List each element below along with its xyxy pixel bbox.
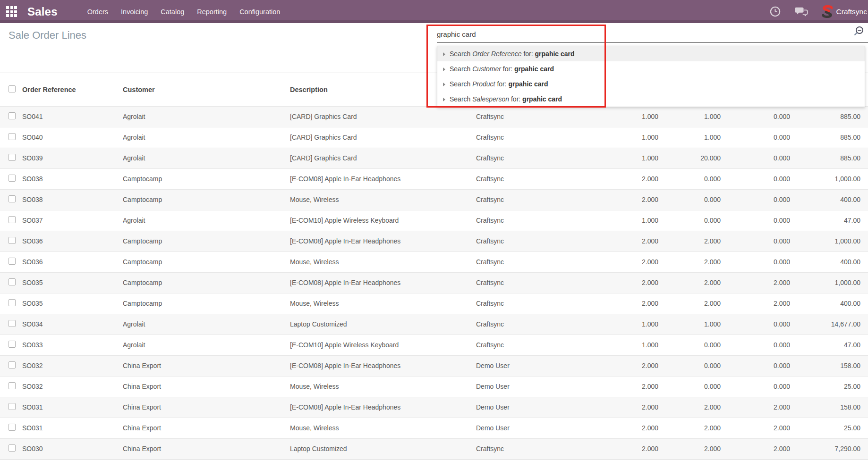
table-row[interactable]: SO030 China Export Laptop Customized Cra… <box>0 438 868 459</box>
cell-order-reference: SO036 <box>22 231 123 251</box>
row-checkbox[interactable] <box>9 341 16 348</box>
table-row[interactable]: SO032 China Export [E-COM08] Apple In-Ea… <box>0 355 868 376</box>
row-checkbox[interactable] <box>9 382 16 389</box>
expand-caret-icon[interactable] <box>443 52 445 56</box>
row-checkbox[interactable] <box>9 444 16 452</box>
cell-amount: 7,290.00 <box>790 438 868 459</box>
row-checkbox[interactable] <box>9 403 16 410</box>
cell-qty2: 1.000 <box>658 314 721 335</box>
cell-customer: Camptocamp <box>123 168 290 189</box>
page-title: Sale Order Lines <box>9 29 86 42</box>
row-checkbox[interactable] <box>9 175 16 182</box>
clock-icon[interactable] <box>770 6 781 17</box>
cell-description: [E-COM08] Apple In-Ear Headphones <box>290 397 476 418</box>
cell-customer: Camptocamp <box>123 231 290 251</box>
cell-customer: China Export <box>123 438 290 459</box>
menu-item-configuration[interactable]: Configuration <box>239 8 280 16</box>
row-checkbox[interactable] <box>9 299 16 306</box>
table-row[interactable]: SO039 Agrolait [CARD] Graphics Card Craf… <box>0 148 868 168</box>
cell-amount: 885.00 <box>790 106 868 127</box>
row-checkbox[interactable] <box>9 320 16 327</box>
cell-customer: Agrolait <box>123 210 290 231</box>
apps-grid-icon[interactable] <box>6 6 17 17</box>
app-name[interactable]: Sales <box>27 5 58 18</box>
user-menu[interactable]: Craftsync <box>836 8 867 16</box>
menu-item-invoicing[interactable]: Invoicing <box>121 8 148 16</box>
cell-qty3: 0.000 <box>721 127 790 148</box>
cell-qty3: 2.000 <box>721 397 790 418</box>
row-checkbox[interactable] <box>9 424 16 431</box>
cell-qty3: 2.000 <box>721 272 790 293</box>
row-checkbox-cell <box>0 168 22 189</box>
suggestion-item[interactable]: Search Salesperson for: grpahic card <box>437 92 865 107</box>
table-row[interactable]: SO035 Camptocamp Mouse, Wireless Craftsy… <box>0 293 868 314</box>
cell-order-reference: SO033 <box>22 335 123 355</box>
table-body: SO041 Agrolait [CARD] Graphics Card Craf… <box>0 106 868 459</box>
cell-qty3: 2.000 <box>721 438 790 459</box>
row-checkbox-cell <box>0 231 22 251</box>
table-row[interactable]: SO032 China Export Mouse, Wireless Demo … <box>0 376 868 397</box>
row-checkbox-cell <box>0 355 22 376</box>
cell-order-reference: SO035 <box>22 272 123 293</box>
cell-qty3: 0.000 <box>721 210 790 231</box>
table-row[interactable]: SO031 China Export [E-COM08] Apple In-Ea… <box>0 397 868 418</box>
menu-item-orders[interactable]: Orders <box>87 8 108 16</box>
table-row[interactable]: SO036 Camptocamp Mouse, Wireless Craftsy… <box>0 251 868 272</box>
expand-caret-icon[interactable] <box>443 98 445 101</box>
table-row[interactable]: SO034 Agrolait Laptop Customized Craftsy… <box>0 314 868 335</box>
row-checkbox[interactable] <box>9 278 16 285</box>
select-all-checkbox[interactable] <box>9 85 16 92</box>
cell-amount: 1,000.00 <box>790 272 868 293</box>
row-checkbox[interactable] <box>9 112 16 119</box>
table-row[interactable]: SO040 Agrolait [CARD] Graphics Card Craf… <box>0 127 868 148</box>
cell-amount: 885.00 <box>790 127 868 148</box>
table-row[interactable]: SO033 Agrolait [E-COM10] Apple Wireless … <box>0 335 868 355</box>
suggestion-item[interactable]: Search Order Reference for: grpahic card <box>437 46 865 61</box>
column-header-order-reference[interactable]: Order Reference <box>22 74 123 106</box>
expand-caret-icon[interactable] <box>443 67 445 71</box>
screen: Sales Orders Invoicing Catalog Reporting… <box>0 0 868 469</box>
table-row[interactable]: SO035 Camptocamp [E-COM08] Apple In-Ear … <box>0 272 868 293</box>
menu-item-reporting[interactable]: Reporting <box>197 8 227 16</box>
expand-caret-icon[interactable] <box>443 83 445 86</box>
row-checkbox[interactable] <box>9 258 16 265</box>
cell-description: [E-COM08] Apple In-Ear Headphones <box>290 272 476 293</box>
cell-salesperson: Craftsync <box>476 148 595 168</box>
cell-description: Mouse, Wireless <box>290 251 476 272</box>
row-checkbox-cell <box>0 397 22 418</box>
menu-item-catalog[interactable]: Catalog <box>161 8 184 16</box>
cell-qty2: 1.000 <box>658 127 721 148</box>
cell-qty2: 0.000 <box>658 189 721 210</box>
cell-salesperson: Demo User <box>476 376 595 397</box>
cell-order-reference: SO031 <box>22 397 123 418</box>
row-checkbox-cell <box>0 438 22 459</box>
chat-icon[interactable] <box>795 7 808 17</box>
table-row[interactable]: SO038 Camptocamp [E-COM08] Apple In-Ear … <box>0 168 868 189</box>
suggestion-item[interactable]: Search Product for: grpahic card <box>437 76 865 92</box>
cell-qty1: 1.000 <box>595 210 658 231</box>
cell-qty3: 0.000 <box>721 335 790 355</box>
row-checkbox-cell <box>0 293 22 314</box>
column-header-customer[interactable]: Customer <box>123 74 290 106</box>
row-checkbox[interactable] <box>9 237 16 244</box>
table-row[interactable]: SO041 Agrolait [CARD] Graphics Card Craf… <box>0 106 868 127</box>
cell-amount: 14,677.00 <box>790 314 868 335</box>
row-checkbox[interactable] <box>9 154 16 161</box>
cell-order-reference: SO040 <box>22 127 123 148</box>
cell-customer: Agrolait <box>123 314 290 335</box>
row-checkbox[interactable] <box>9 361 16 368</box>
row-checkbox[interactable] <box>9 195 16 202</box>
table-row[interactable]: SO038 Camptocamp Mouse, Wireless Craftsy… <box>0 189 868 210</box>
cell-salesperson: Demo User <box>476 355 595 376</box>
search-minus-icon[interactable] <box>852 25 865 38</box>
cell-salesperson: Craftsync <box>476 438 595 459</box>
suggestion-item[interactable]: Search Customer for: grpahic card <box>437 61 865 76</box>
row-checkbox[interactable] <box>9 133 16 140</box>
table-row[interactable]: SO036 Camptocamp [E-COM08] Apple In-Ear … <box>0 231 868 251</box>
cell-qty1: 2.000 <box>595 231 658 251</box>
row-checkbox[interactable] <box>9 216 16 223</box>
table-row[interactable]: SO031 China Export Mouse, Wireless Demo … <box>0 418 868 438</box>
cell-customer: Agrolait <box>123 335 290 355</box>
table-row[interactable]: SO037 Agrolait [E-COM10] Apple Wireless … <box>0 210 868 231</box>
search-input[interactable] <box>437 27 850 41</box>
